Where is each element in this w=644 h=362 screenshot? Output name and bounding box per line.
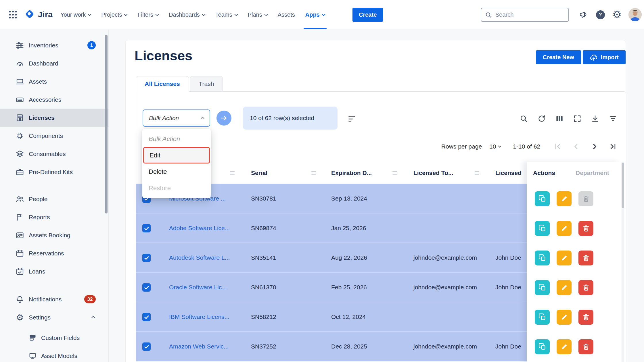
license-name-link[interactable]: IBM Software Licens... [169,302,229,331]
sidebar-item-dashboard[interactable]: Dashboard [0,54,108,72]
last-page-button[interactable] [609,142,617,151]
sidebar-scrollbar[interactable] [105,35,108,213]
columns-icon[interactable] [555,114,564,123]
download-icon[interactable] [591,114,599,123]
help-icon[interactable]: ? [595,9,605,20]
next-page-button[interactable] [590,142,599,151]
search-input[interactable] [495,11,558,18]
serial-cell: SN35141 [251,243,276,272]
table-scrollbar-thumb[interactable] [622,163,624,208]
bulk-action-menu: Bulk Action Edit Delete Restore [142,129,211,198]
sidebar-item-reports[interactable]: Reports [0,208,108,226]
nav-projects[interactable]: Projects [96,0,132,29]
checkout-button[interactable] [535,191,550,206]
copy-icon [538,343,546,351]
license-name-link[interactable]: Amazon Web Servic... [169,332,229,361]
tab-trash[interactable]: Trash [190,76,223,91]
people-icon [16,195,24,203]
app-switcher-icon[interactable] [9,10,18,20]
column-drag-handle[interactable] [474,171,480,176]
delete-button[interactable] [578,339,593,354]
global-search[interactable] [481,8,569,22]
sidebar-item-settings[interactable]: ⚙ Settings [0,308,108,326]
checkout-button[interactable] [535,280,550,295]
checkout-button[interactable] [535,339,550,354]
copy-icon [538,224,546,232]
menu-item-edit[interactable]: Edit [143,147,210,163]
jira-logo[interactable]: Jira [24,0,53,29]
nav-dashboards[interactable]: Dashboards [164,0,210,29]
bell-icon [16,295,24,304]
edit-button[interactable] [557,251,572,265]
menu-item-restore: Restore [142,180,211,196]
settings-gear-icon[interactable]: ⚙ [612,9,622,20]
edit-button[interactable] [557,310,572,325]
nav-assets[interactable]: Assets [273,0,300,29]
sidebar-item-licenses[interactable]: Licenses [0,109,108,127]
create-new-button[interactable]: Create New [536,50,581,64]
import-button[interactable]: Import [583,50,626,64]
megaphone-icon[interactable] [578,9,589,20]
chevron-down-icon [202,12,206,16]
sidebar-item-loans[interactable]: Loans [0,262,108,280]
apply-bulk-action-button[interactable] [216,111,231,126]
column-drag-handle[interactable] [311,171,317,176]
delete-button[interactable] [578,310,593,325]
edit-button[interactable] [557,191,572,206]
delete-button[interactable] [578,221,593,236]
license-name-link[interactable]: Adobe Software Lice... [169,213,230,242]
create-button[interactable]: Create [352,8,383,22]
edit-button[interactable] [557,339,572,354]
checkout-button[interactable] [535,221,550,236]
edit-button[interactable] [557,280,572,295]
delete-button[interactable] [578,280,593,295]
rows-per-page-select[interactable]: 10 [489,143,501,150]
sidebar-item-predefined-kits[interactable]: Pre-Defined Kits [0,163,108,181]
chevron-down-icon [322,12,325,16]
license-name-link[interactable]: Oracle Software Lic... [169,273,227,302]
checkout-button[interactable] [535,310,550,325]
refresh-icon[interactable] [537,114,546,123]
checkout-button[interactable] [535,251,550,265]
search-icon[interactable] [520,114,528,123]
nav-apps[interactable]: Apps [300,0,330,29]
license-name-link[interactable]: Autodesk Software L... [169,243,230,272]
row-checkbox[interactable] [142,283,151,292]
row-checkbox[interactable] [142,342,151,351]
align-left-icon[interactable] [348,115,356,123]
nav-your-work[interactable]: Your work [55,0,96,29]
sidebar-item-accessories[interactable]: Accessories [0,90,108,109]
row-actions [527,302,621,332]
sidebar-item-components[interactable]: Components [0,127,108,145]
column-drag-handle[interactable] [392,171,398,176]
filter-icon[interactable] [609,114,617,123]
sidebar-item-assets-booking[interactable]: Assets Booking [0,226,108,244]
delete-button[interactable] [578,251,593,265]
licensed-to-email-cell: johndoe@example.com [413,243,477,272]
tab-all-licenses[interactable]: All Licenses [136,76,189,92]
nav-filters[interactable]: Filters [132,0,163,29]
column-drag-handle[interactable] [229,171,235,176]
row-checkbox[interactable] [142,224,151,232]
sidebar-item-custom-fields[interactable]: Custom Fields [0,329,108,347]
fullscreen-icon[interactable] [573,114,582,123]
licenses-card: Licenses Create New Import All Licenses … [125,40,626,362]
sidebar-item-people[interactable]: People [0,190,108,208]
row-checkbox[interactable] [142,313,151,321]
sidebar-item-reservations[interactable]: Reservations [0,244,108,262]
user-avatar[interactable] [628,8,642,21]
menu-item-delete[interactable]: Delete [142,163,211,180]
bulk-action-select[interactable]: Bulk Action [143,109,210,127]
nav-teams[interactable]: Teams [210,0,243,29]
trash-icon [582,224,590,232]
nav-plans[interactable]: Plans [243,0,273,29]
sidebar-item-inventories[interactable]: Inventories 1 [0,36,108,54]
sidebar-item-notifications[interactable]: Notifications 32 [0,290,108,308]
sidebar-item-assets[interactable]: Assets [0,72,108,90]
edit-button[interactable] [557,221,572,236]
sidebar-item-consumables[interactable]: Consumables [0,145,108,163]
layers-icon [16,150,24,158]
sidebar-item-asset-models[interactable]: Asset Models [0,347,108,362]
row-checkbox[interactable] [142,254,151,262]
chevron-down-icon [88,12,91,16]
